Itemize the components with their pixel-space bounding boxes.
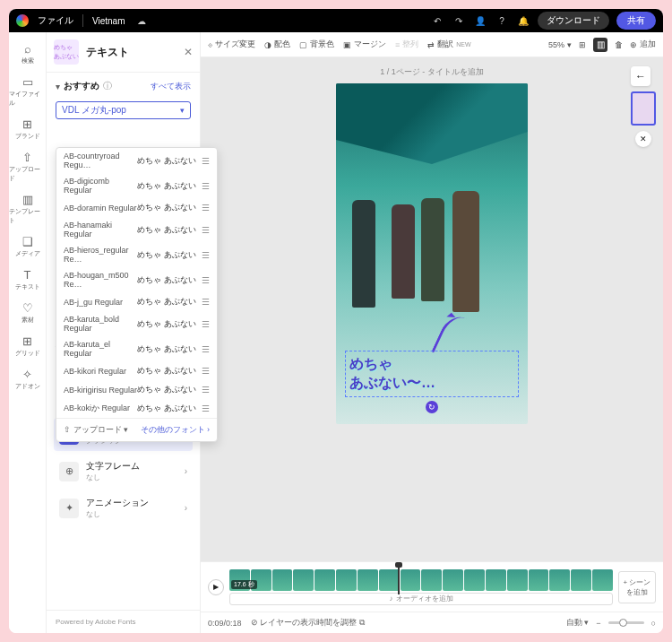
- font-preview: めちゃ あぶない: [137, 318, 196, 330]
- bookmark-icon[interactable]: ☰: [202, 297, 210, 307]
- close-panel-icon[interactable]: ✕: [184, 46, 193, 58]
- layer-duration-button[interactable]: ⊘ レイヤーの表示時間を調整 ⧉: [251, 617, 365, 629]
- font-preview: めちゃ あぶない: [137, 403, 196, 414]
- zoom-dropdown[interactable]: 55% ▾: [548, 40, 572, 49]
- info-icon[interactable]: ⓘ: [103, 80, 112, 92]
- add-scene-button[interactable]: + シーンを追加: [618, 571, 656, 603]
- bookmark-icon[interactable]: ☰: [202, 344, 210, 354]
- bookmark-icon[interactable]: ☰: [202, 403, 210, 413]
- cloud-icon: ☁: [134, 13, 149, 28]
- timeline-clips[interactable]: 17.6 秒: [229, 569, 613, 591]
- auto-dropdown[interactable]: 自動 ▾: [566, 617, 590, 629]
- rail-text[interactable]: Tテキスト: [9, 264, 46, 295]
- font-preview: めちゃ あぶない: [137, 249, 196, 261]
- rail-assets[interactable]: ♡素材: [9, 297, 46, 328]
- rail-templates-icon: ▥: [21, 192, 35, 206]
- canvas[interactable]: めちゃ あぶない〜… ↻: [336, 83, 528, 424]
- clip-duration: 17.6 秒: [231, 580, 257, 589]
- zoom-out-icon[interactable]: −: [596, 619, 600, 628]
- upload-font-button[interactable]: ⇧ アップロード ▾: [64, 424, 128, 436]
- rail-grid[interactable]: ⊞グリッド: [9, 330, 46, 361]
- help-icon[interactable]: ?: [495, 13, 509, 28]
- text-box-selected[interactable]: めちゃ あぶない〜…: [345, 351, 519, 397]
- share-button[interactable]: 共有: [616, 12, 656, 30]
- font-name: AB-karuta_el Regular: [64, 340, 137, 358]
- bookmark-icon[interactable]: ☰: [202, 366, 210, 376]
- font-option[interactable]: AB-kokiか Regularめちゃ あぶない☰: [56, 399, 217, 418]
- rail-label: テキスト: [15, 282, 40, 291]
- font-option[interactable]: AB-hanamaki Regularめちゃ あぶない☰: [56, 217, 217, 242]
- rail-search[interactable]: ⌕検索: [9, 38, 46, 69]
- chevron-down-icon[interactable]: ▾: [56, 82, 60, 91]
- close-thumb-icon[interactable]: ✕: [635, 131, 651, 147]
- other-fonts-link[interactable]: その他のフォント ›: [141, 424, 211, 436]
- bookmark-icon[interactable]: ☰: [202, 385, 210, 395]
- font-preview: めちゃ あぶない: [137, 155, 196, 167]
- zoom-in-icon[interactable]: ○: [651, 619, 656, 628]
- view-mode-icon[interactable]: ▥: [593, 38, 607, 52]
- back-arrow-icon[interactable]: ←: [631, 66, 650, 86]
- font-option[interactable]: AB-karuta_bold Regularめちゃ あぶない☰: [56, 311, 217, 336]
- font-option[interactable]: AB-hieros_regular Re…めちゃ あぶない☰: [56, 242, 217, 267]
- bookmark-icon[interactable]: ☰: [202, 275, 210, 285]
- arrange-button: ≡ 整列: [395, 39, 418, 50]
- bookmark-icon[interactable]: ☰: [202, 156, 210, 166]
- doc-name[interactable]: Vietnam: [92, 16, 125, 26]
- color-button[interactable]: ◑ 配色: [264, 39, 290, 50]
- font-option[interactable]: AB-j_gu Regularめちゃ あぶない☰: [56, 292, 217, 311]
- font-option[interactable]: AB-kikori Regularめちゃ あぶない☰: [56, 361, 217, 380]
- show-all-link[interactable]: すべて表示: [151, 81, 191, 92]
- resize-button[interactable]: ⟐ サイズ変更: [208, 39, 255, 50]
- font-select-dropdown[interactable]: VDL メガ丸-pop ▾: [56, 101, 191, 119]
- effect-frame[interactable]: ⊕文字フレームなし›: [54, 455, 193, 488]
- effect-animation[interactable]: ✦アニメーションなし›: [54, 491, 193, 525]
- collab-icon[interactable]: 👤: [473, 13, 487, 28]
- rail-templates[interactable]: ▥テンプレート: [9, 188, 46, 229]
- rail-label: ブランド: [15, 132, 40, 141]
- delete-icon[interactable]: 🗑: [615, 40, 623, 49]
- download-button[interactable]: ダウンロード: [538, 12, 609, 30]
- margin-button[interactable]: ▣ マージン: [343, 39, 386, 50]
- playhead[interactable]: [398, 566, 400, 594]
- page-thumb-selected[interactable]: [631, 91, 656, 126]
- bookmark-icon[interactable]: ☰: [202, 319, 210, 329]
- bg-button[interactable]: ▢ 背景色: [299, 39, 334, 50]
- rail-label: グリッド: [15, 349, 40, 358]
- play-button[interactable]: ▶: [208, 579, 224, 595]
- font-option[interactable]: AB-karuta_el Regularめちゃ あぶない☰: [56, 336, 217, 361]
- file-menu[interactable]: ファイル: [38, 14, 73, 27]
- font-name: AB-j_gu Regular: [64, 298, 137, 307]
- translate-button[interactable]: ⇄ 翻訳 NEW: [427, 39, 470, 50]
- font-option[interactable]: AB-doramin Regularめちゃ あぶない☰: [56, 198, 217, 217]
- font-option[interactable]: AB-digicomb Regularめちゃ あぶない☰: [56, 173, 217, 198]
- rail-myfiles[interactable]: ▭マイファイル: [9, 71, 46, 111]
- rail-brand[interactable]: ⊞ブランド: [9, 113, 46, 144]
- font-option[interactable]: AB-kirigirisu Regularめちゃ あぶない☰: [56, 380, 217, 399]
- canvas-viewport[interactable]: 1 / 1ページ - タイトルを追加 めちゃ あぶない〜… ↻ ←: [201, 57, 663, 561]
- font-option[interactable]: AB-countryroad Regu…めちゃ あぶない☰: [56, 148, 217, 173]
- bookmark-icon[interactable]: ☰: [202, 250, 210, 260]
- bell-icon[interactable]: 🔔: [516, 13, 530, 28]
- adobe-express-logo-icon[interactable]: [16, 14, 29, 27]
- rail-upload[interactable]: ⇧アップロード: [9, 146, 46, 187]
- bookmark-icon[interactable]: ☰: [202, 181, 210, 191]
- rotate-handle-icon[interactable]: ↻: [426, 401, 438, 413]
- rail-label: メディア: [15, 249, 40, 258]
- font-option[interactable]: AB-hougan_m500 Re…めちゃ あぶない☰: [56, 267, 217, 292]
- rail-media[interactable]: ❑メディア: [9, 230, 46, 262]
- bookmark-icon[interactable]: ☰: [202, 203, 210, 213]
- font-name: AB-countryroad Regu…: [64, 152, 137, 169]
- rail-addon[interactable]: ✧アドオン: [9, 363, 46, 395]
- left-rail: ⌕検索▭マイファイル⊞ブランド⇧アップロード▥テンプレート❑メディアTテキスト♡…: [9, 32, 47, 633]
- undo-icon[interactable]: ↶: [430, 13, 444, 28]
- bookmark-icon[interactable]: ☰: [202, 225, 210, 235]
- rail-label: アップロード: [9, 165, 46, 183]
- audio-track[interactable]: ♪ オーディオを追加: [229, 593, 613, 605]
- add-button[interactable]: ⊕ 追加: [630, 39, 656, 50]
- grid-view-icon[interactable]: ⊞: [579, 40, 586, 49]
- page-label[interactable]: 1 / 1ページ - タイトルを追加: [380, 66, 484, 78]
- rail-label: アドオン: [15, 382, 40, 391]
- rail-addon-icon: ✧: [21, 367, 35, 381]
- zoom-slider[interactable]: [608, 621, 644, 624]
- redo-icon[interactable]: ↷: [452, 13, 466, 28]
